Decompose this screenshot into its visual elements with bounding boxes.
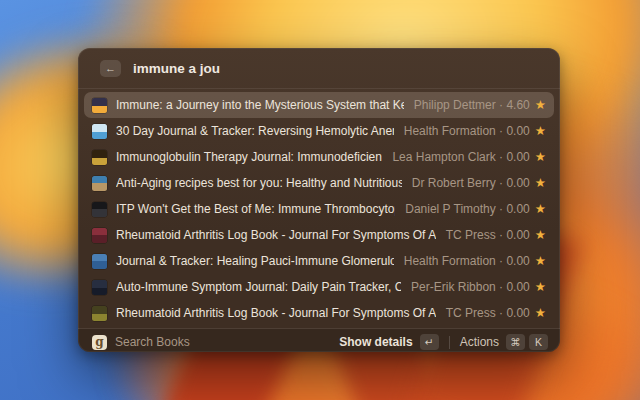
book-author-rating: Health Formation · 0.00 <box>394 254 530 268</box>
star-icon: ★ <box>535 255 546 268</box>
result-row[interactable]: Rheumatoid Arthritis Log Book - Journal … <box>84 222 554 248</box>
book-author-rating: Daniel P Timothy · 0.00 <box>395 202 530 216</box>
book-author-rating: TC Press · 0.00 <box>436 228 530 242</box>
book-author-rating: Dr Robert Berry · 0.00 <box>402 176 530 190</box>
star-icon: ★ <box>535 203 546 216</box>
enter-keycap: ↵ <box>420 334 439 350</box>
book-cover-thumbnail <box>92 280 107 295</box>
search-bar: ← <box>78 48 560 88</box>
search-input[interactable] <box>131 60 544 77</box>
back-button[interactable]: ← <box>100 60 121 77</box>
desktop: ← Immune: a Journey into the Mysterious … <box>0 0 640 400</box>
book-title: Immunoglobulin Therapy Journal: Immunode… <box>116 150 382 164</box>
book-cover-thumbnail <box>92 228 107 243</box>
footer-separator <box>449 336 450 349</box>
footer-bar: g Search Books Show details ↵ Actions ⌘ … <box>78 329 560 352</box>
book-title: Anti-Aging recipes best for you: Healthy… <box>116 176 402 190</box>
book-title: Rheumatoid Arthritis Log Book - Journal … <box>116 228 436 242</box>
book-author-rating: TC Press · 0.00 <box>436 306 530 320</box>
book-title: Rheumatoid Arthritis Log Book - Journal … <box>116 306 436 320</box>
show-details-button[interactable]: Show details ↵ <box>339 334 438 350</box>
result-row[interactable]: Immune: a Journey into the Mysterious Sy… <box>84 92 554 118</box>
book-cover-thumbnail <box>92 254 107 269</box>
book-title: Journal & Tracker: Healing Pauci-Immune … <box>116 254 394 268</box>
book-cover-thumbnail <box>92 98 107 113</box>
result-row[interactable]: Auto-Immune Symptom Journal: Daily Pain … <box>84 274 554 300</box>
result-row[interactable]: Rheumatoid Arthritis Log Book - Journal … <box>84 300 554 326</box>
star-icon: ★ <box>535 229 546 242</box>
book-cover-thumbnail <box>92 306 107 321</box>
back-arrow-icon: ← <box>105 62 116 74</box>
book-cover-thumbnail <box>92 124 107 139</box>
actions-button[interactable]: Actions ⌘ K <box>460 334 548 350</box>
book-author-rating: Per-Erik Ribbon · 0.00 <box>401 280 530 294</box>
extension-label: Search Books <box>115 335 190 349</box>
result-row[interactable]: Immunoglobulin Therapy Journal: Immunode… <box>84 144 554 170</box>
star-icon: ★ <box>535 99 546 112</box>
star-icon: ★ <box>535 307 546 320</box>
results-list: Immune: a Journey into the Mysterious Sy… <box>78 89 560 328</box>
k-keycap: K <box>529 334 548 350</box>
star-icon: ★ <box>535 151 546 164</box>
book-title: 30 Day Journal & Tracker: Reversing Hemo… <box>116 124 394 138</box>
book-cover-thumbnail <box>92 176 107 191</box>
result-row[interactable]: 30 Day Journal & Tracker: Reversing Hemo… <box>84 118 554 144</box>
star-icon: ★ <box>535 125 546 138</box>
book-author-rating: Health Formation · 0.00 <box>394 124 530 138</box>
result-row[interactable]: Journal & Tracker: Healing Pauci-Immune … <box>84 248 554 274</box>
book-title: Auto-Immune Symptom Journal: Daily Pain … <box>116 280 401 294</box>
book-author-rating: Lea Hampton Clark · 0.00 <box>382 150 529 164</box>
star-icon: ★ <box>535 281 546 294</box>
goodreads-icon: g <box>92 335 107 350</box>
book-title: Immune: a Journey into the Mysterious Sy… <box>116 98 404 112</box>
book-cover-thumbnail <box>92 150 107 165</box>
book-title: ITP Won't Get the Best of Me: Immune Thr… <box>116 202 395 216</box>
result-row[interactable]: Anti-Aging recipes best for you: Healthy… <box>84 170 554 196</box>
result-row[interactable]: ITP Won't Get the Best of Me: Immune Thr… <box>84 196 554 222</box>
book-cover-thumbnail <box>92 202 107 217</box>
book-author-rating: Philipp Dettmer · 4.60 <box>404 98 530 112</box>
footer-actions: Show details ↵ Actions ⌘ K <box>339 334 548 350</box>
command-keycap: ⌘ <box>506 334 525 350</box>
star-icon: ★ <box>535 177 546 190</box>
launcher-window: ← Immune: a Journey into the Mysterious … <box>78 48 560 352</box>
